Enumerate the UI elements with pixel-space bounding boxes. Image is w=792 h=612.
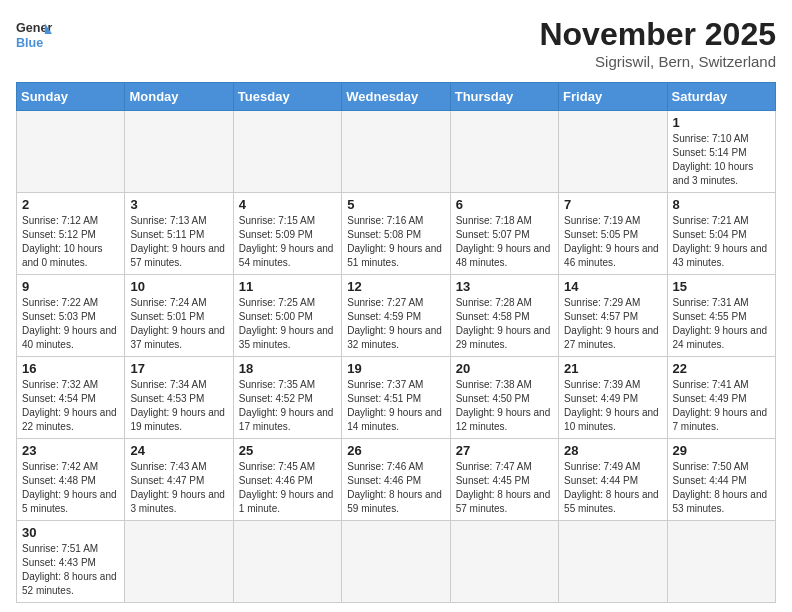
svg-text:Blue: Blue (16, 36, 43, 50)
day-info: Sunrise: 7:28 AM Sunset: 4:58 PM Dayligh… (456, 296, 553, 352)
title-area: November 2025 Sigriswil, Bern, Switzerla… (539, 16, 776, 70)
day-cell: 29Sunrise: 7:50 AM Sunset: 4:44 PM Dayli… (667, 439, 775, 521)
day-header-monday: Monday (125, 83, 233, 111)
day-number: 9 (22, 279, 119, 294)
day-info: Sunrise: 7:34 AM Sunset: 4:53 PM Dayligh… (130, 378, 227, 434)
calendar-table: SundayMondayTuesdayWednesdayThursdayFrid… (16, 82, 776, 603)
day-cell (559, 111, 667, 193)
day-info: Sunrise: 7:10 AM Sunset: 5:14 PM Dayligh… (673, 132, 770, 188)
day-cell: 2Sunrise: 7:12 AM Sunset: 5:12 PM Daylig… (17, 193, 125, 275)
month-title: November 2025 (539, 16, 776, 53)
day-info: Sunrise: 7:45 AM Sunset: 4:46 PM Dayligh… (239, 460, 336, 516)
logo: General Blue (16, 16, 52, 52)
day-cell (342, 111, 450, 193)
day-number: 22 (673, 361, 770, 376)
day-cell: 21Sunrise: 7:39 AM Sunset: 4:49 PM Dayli… (559, 357, 667, 439)
day-number: 14 (564, 279, 661, 294)
day-number: 29 (673, 443, 770, 458)
day-info: Sunrise: 7:19 AM Sunset: 5:05 PM Dayligh… (564, 214, 661, 270)
day-info: Sunrise: 7:12 AM Sunset: 5:12 PM Dayligh… (22, 214, 119, 270)
day-cell (125, 111, 233, 193)
day-cell: 28Sunrise: 7:49 AM Sunset: 4:44 PM Dayli… (559, 439, 667, 521)
day-number: 16 (22, 361, 119, 376)
day-info: Sunrise: 7:49 AM Sunset: 4:44 PM Dayligh… (564, 460, 661, 516)
day-cell: 15Sunrise: 7:31 AM Sunset: 4:55 PM Dayli… (667, 275, 775, 357)
calendar-header-row: SundayMondayTuesdayWednesdayThursdayFrid… (17, 83, 776, 111)
day-cell: 19Sunrise: 7:37 AM Sunset: 4:51 PM Dayli… (342, 357, 450, 439)
day-info: Sunrise: 7:31 AM Sunset: 4:55 PM Dayligh… (673, 296, 770, 352)
day-header-sunday: Sunday (17, 83, 125, 111)
day-cell (233, 521, 341, 603)
day-header-thursday: Thursday (450, 83, 558, 111)
day-cell: 14Sunrise: 7:29 AM Sunset: 4:57 PM Dayli… (559, 275, 667, 357)
day-cell: 7Sunrise: 7:19 AM Sunset: 5:05 PM Daylig… (559, 193, 667, 275)
day-cell: 11Sunrise: 7:25 AM Sunset: 5:00 PM Dayli… (233, 275, 341, 357)
day-cell: 20Sunrise: 7:38 AM Sunset: 4:50 PM Dayli… (450, 357, 558, 439)
day-info: Sunrise: 7:35 AM Sunset: 4:52 PM Dayligh… (239, 378, 336, 434)
day-number: 27 (456, 443, 553, 458)
day-info: Sunrise: 7:47 AM Sunset: 4:45 PM Dayligh… (456, 460, 553, 516)
day-cell: 6Sunrise: 7:18 AM Sunset: 5:07 PM Daylig… (450, 193, 558, 275)
day-cell: 8Sunrise: 7:21 AM Sunset: 5:04 PM Daylig… (667, 193, 775, 275)
day-cell: 30Sunrise: 7:51 AM Sunset: 4:43 PM Dayli… (17, 521, 125, 603)
day-header-friday: Friday (559, 83, 667, 111)
day-number: 28 (564, 443, 661, 458)
day-header-saturday: Saturday (667, 83, 775, 111)
day-header-wednesday: Wednesday (342, 83, 450, 111)
day-cell: 17Sunrise: 7:34 AM Sunset: 4:53 PM Dayli… (125, 357, 233, 439)
day-cell: 9Sunrise: 7:22 AM Sunset: 5:03 PM Daylig… (17, 275, 125, 357)
day-cell: 22Sunrise: 7:41 AM Sunset: 4:49 PM Dayli… (667, 357, 775, 439)
day-header-tuesday: Tuesday (233, 83, 341, 111)
week-row-6: 30Sunrise: 7:51 AM Sunset: 4:43 PM Dayli… (17, 521, 776, 603)
day-number: 8 (673, 197, 770, 212)
day-cell: 26Sunrise: 7:46 AM Sunset: 4:46 PM Dayli… (342, 439, 450, 521)
day-cell (17, 111, 125, 193)
day-info: Sunrise: 7:32 AM Sunset: 4:54 PM Dayligh… (22, 378, 119, 434)
day-info: Sunrise: 7:46 AM Sunset: 4:46 PM Dayligh… (347, 460, 444, 516)
day-number: 23 (22, 443, 119, 458)
day-cell (450, 521, 558, 603)
day-info: Sunrise: 7:29 AM Sunset: 4:57 PM Dayligh… (564, 296, 661, 352)
day-number: 26 (347, 443, 444, 458)
day-info: Sunrise: 7:18 AM Sunset: 5:07 PM Dayligh… (456, 214, 553, 270)
day-info: Sunrise: 7:51 AM Sunset: 4:43 PM Dayligh… (22, 542, 119, 598)
week-row-4: 16Sunrise: 7:32 AM Sunset: 4:54 PM Dayli… (17, 357, 776, 439)
day-info: Sunrise: 7:16 AM Sunset: 5:08 PM Dayligh… (347, 214, 444, 270)
day-info: Sunrise: 7:24 AM Sunset: 5:01 PM Dayligh… (130, 296, 227, 352)
day-number: 4 (239, 197, 336, 212)
day-number: 19 (347, 361, 444, 376)
day-cell: 16Sunrise: 7:32 AM Sunset: 4:54 PM Dayli… (17, 357, 125, 439)
day-cell: 24Sunrise: 7:43 AM Sunset: 4:47 PM Dayli… (125, 439, 233, 521)
day-info: Sunrise: 7:41 AM Sunset: 4:49 PM Dayligh… (673, 378, 770, 434)
day-info: Sunrise: 7:21 AM Sunset: 5:04 PM Dayligh… (673, 214, 770, 270)
day-cell: 1Sunrise: 7:10 AM Sunset: 5:14 PM Daylig… (667, 111, 775, 193)
day-number: 21 (564, 361, 661, 376)
day-cell (667, 521, 775, 603)
day-number: 6 (456, 197, 553, 212)
week-row-2: 2Sunrise: 7:12 AM Sunset: 5:12 PM Daylig… (17, 193, 776, 275)
day-cell: 12Sunrise: 7:27 AM Sunset: 4:59 PM Dayli… (342, 275, 450, 357)
day-info: Sunrise: 7:37 AM Sunset: 4:51 PM Dayligh… (347, 378, 444, 434)
day-cell: 18Sunrise: 7:35 AM Sunset: 4:52 PM Dayli… (233, 357, 341, 439)
day-info: Sunrise: 7:25 AM Sunset: 5:00 PM Dayligh… (239, 296, 336, 352)
day-cell: 13Sunrise: 7:28 AM Sunset: 4:58 PM Dayli… (450, 275, 558, 357)
day-cell (342, 521, 450, 603)
day-cell: 23Sunrise: 7:42 AM Sunset: 4:48 PM Dayli… (17, 439, 125, 521)
day-info: Sunrise: 7:43 AM Sunset: 4:47 PM Dayligh… (130, 460, 227, 516)
logo-icon: General Blue (16, 16, 52, 52)
day-number: 17 (130, 361, 227, 376)
day-cell (559, 521, 667, 603)
day-number: 11 (239, 279, 336, 294)
day-info: Sunrise: 7:42 AM Sunset: 4:48 PM Dayligh… (22, 460, 119, 516)
day-info: Sunrise: 7:13 AM Sunset: 5:11 PM Dayligh… (130, 214, 227, 270)
day-number: 24 (130, 443, 227, 458)
day-cell (125, 521, 233, 603)
day-number: 3 (130, 197, 227, 212)
day-number: 5 (347, 197, 444, 212)
day-info: Sunrise: 7:50 AM Sunset: 4:44 PM Dayligh… (673, 460, 770, 516)
day-number: 1 (673, 115, 770, 130)
day-info: Sunrise: 7:22 AM Sunset: 5:03 PM Dayligh… (22, 296, 119, 352)
day-info: Sunrise: 7:38 AM Sunset: 4:50 PM Dayligh… (456, 378, 553, 434)
day-number: 7 (564, 197, 661, 212)
day-number: 18 (239, 361, 336, 376)
